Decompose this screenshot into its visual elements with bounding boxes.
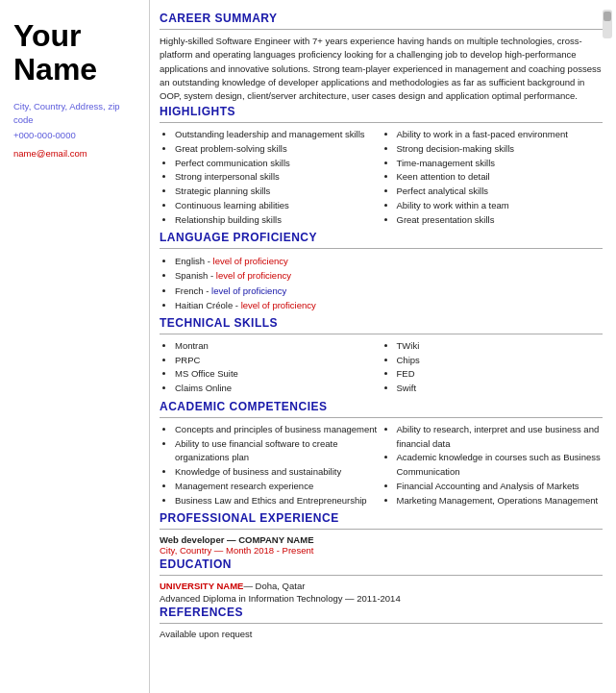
list-item: Outstanding leadership and management sk…	[175, 128, 382, 142]
academic-list: Concepts and principles of business mana…	[160, 423, 603, 507]
academic-col1: Concepts and principles of business mana…	[160, 423, 382, 507]
career-summary-section: CAREER SUMMARY Highly-skilled Software E…	[160, 12, 603, 103]
career-summary-text: Highly-skilled Software Engineer with 7+…	[160, 35, 603, 103]
candidate-name: Your Name	[13, 19, 139, 87]
technical-skills-divider	[160, 334, 603, 334]
edu-uni-row: UNIVERSITY NAME— Doha, Qatar	[160, 581, 603, 591]
job-location-date: City, Country — Month 2018 - Present	[160, 545, 603, 556]
professional-experience-divider	[160, 529, 603, 530]
list-item: French - level of proficiency	[175, 284, 603, 298]
list-item: Relationship building skills	[175, 213, 382, 228]
education-divider	[160, 575, 603, 576]
list-item: FED	[397, 367, 604, 382]
list-item: PRPC	[175, 354, 382, 368]
list-item: Perfect analytical skills	[397, 185, 604, 199]
education-section: EDUCATION UNIVERSITY NAME— Doha, Qatar A…	[160, 557, 603, 604]
list-item: Continuous learning abilities	[175, 199, 382, 213]
list-item: Chips	[397, 354, 604, 368]
uni-name: UNIVERSITY NAME	[160, 581, 243, 591]
lang-label: English -	[175, 256, 213, 266]
list-item: Strong interpersonal skills	[175, 170, 382, 185]
list-item: Management research experience	[175, 480, 382, 494]
technical-skills-section: TECHNICAL SKILLS Montran PRPC MS Office …	[160, 316, 603, 396]
list-item: Concepts and principles of business mana…	[175, 423, 382, 437]
list-item: Swift	[397, 382, 604, 396]
references-section: REFERENCES Available upon request	[160, 606, 603, 639]
list-item: Academic knowledge in courses such as Bu…	[397, 451, 604, 479]
language-list: English - level of proficiency Spanish -…	[160, 254, 603, 312]
list-item: Financial Accounting and Analysis of Mar…	[397, 480, 604, 494]
sidebar-address: City, Country, Address, zip code	[13, 100, 139, 126]
lang-level: level of proficiency	[213, 256, 288, 266]
highlights-col1: Outstanding leadership and management sk…	[160, 128, 382, 227]
academic-section: ACADEMIC COMPETENCIES Concepts and princ…	[160, 400, 603, 507]
technical-skills-title: TECHNICAL SKILLS	[160, 316, 603, 330]
list-item: English - level of proficiency	[175, 254, 603, 268]
list-item: Great problem-solving skills	[175, 142, 382, 157]
references-divider	[160, 623, 603, 624]
list-item: Ability to work in a fast-paced environm…	[397, 128, 604, 142]
list-item: Claims Online	[175, 382, 382, 396]
sidebar-phone: +000-000-0000	[13, 130, 139, 140]
list-item: MS Office Suite	[175, 367, 382, 382]
language-divider	[160, 248, 603, 249]
list-item: Perfect communication skills	[175, 157, 382, 171]
professional-experience-section: PROFESSIONAL EXPERIENCE Web developer — …	[160, 511, 603, 556]
career-summary-divider	[160, 29, 603, 30]
technical-skills-list: Montran PRPC MS Office Suite Claims Onli…	[160, 339, 603, 396]
job-title: Web developer — COMPANY NAME	[160, 534, 603, 545]
name-line2: Name	[13, 52, 97, 87]
list-item: Haitian Créole - level of proficiency	[175, 298, 603, 312]
main-content: CAREER SUMMARY Highly-skilled Software E…	[149, 0, 616, 693]
lang-label: French -	[175, 285, 211, 296]
list-item: TWiki	[397, 339, 604, 354]
lang-level: level of proficiency	[241, 300, 316, 310]
list-item: Great presentation skills	[397, 213, 604, 228]
scroll-indicator[interactable]	[603, 10, 612, 38]
list-item: Spanish - level of proficiency	[175, 268, 603, 283]
tech-col1: Montran PRPC MS Office Suite Claims Onli…	[160, 339, 382, 396]
tech-col2: TWiki Chips FED Swift	[382, 339, 604, 396]
list-item: Montran	[175, 339, 382, 354]
language-title: LANGUAGE PROFICIENCY	[160, 231, 603, 244]
career-summary-title: CAREER SUMMARY	[160, 12, 603, 25]
list-item: Ability to work within a team	[397, 199, 604, 213]
education-title: EDUCATION	[160, 557, 603, 571]
list-item: Marketing Management, Operations Managem…	[397, 494, 604, 508]
lang-label: Spanish -	[175, 270, 216, 281]
references-title: REFERENCES	[160, 606, 603, 619]
name-line1: Your	[13, 18, 82, 53]
academic-divider	[160, 417, 603, 418]
lang-level: level of proficiency	[216, 270, 291, 281]
list-item: Strategic planning skills	[175, 185, 382, 199]
highlights-list: Outstanding leadership and management sk…	[160, 128, 603, 227]
list-item: Ability to research, interpret and use b…	[397, 423, 604, 451]
scroll-thumb	[604, 12, 611, 21]
highlights-col2: Ability to work in a fast-paced environm…	[382, 128, 604, 227]
sidebar: Your Name City, Country, Address, zip co…	[0, 0, 149, 693]
edu-degree: Advanced Diploma in Information Technolo…	[160, 593, 603, 604]
academic-col2: Ability to research, interpret and use b…	[382, 423, 604, 507]
lang-level: level of proficiency	[211, 285, 286, 296]
references-text: Available upon request	[160, 629, 603, 639]
list-item: Knowledge of business and sustainability	[175, 465, 382, 480]
list-item: Ability to use financial software to cre…	[175, 437, 382, 465]
list-item: Keen attention to detail	[397, 170, 604, 185]
language-section: LANGUAGE PROFICIENCY English - level of …	[160, 231, 603, 312]
highlights-divider	[160, 122, 603, 123]
list-item: Time-management skills	[397, 157, 604, 171]
uni-location: — Doha, Qatar	[243, 581, 305, 591]
highlights-section: HIGHLIGHTS Outstanding leadership and ma…	[160, 105, 603, 227]
highlights-title: HIGHLIGHTS	[160, 105, 603, 118]
professional-experience-title: PROFESSIONAL EXPERIENCE	[160, 511, 603, 525]
lang-label: Haitian Créole -	[175, 300, 241, 310]
list-item: Business Law and Ethics and Entrepreneur…	[175, 494, 382, 508]
list-item: Strong decision-making skills	[397, 142, 604, 157]
academic-title: ACADEMIC COMPETENCIES	[160, 400, 603, 413]
sidebar-email: name@email.com	[13, 148, 139, 159]
